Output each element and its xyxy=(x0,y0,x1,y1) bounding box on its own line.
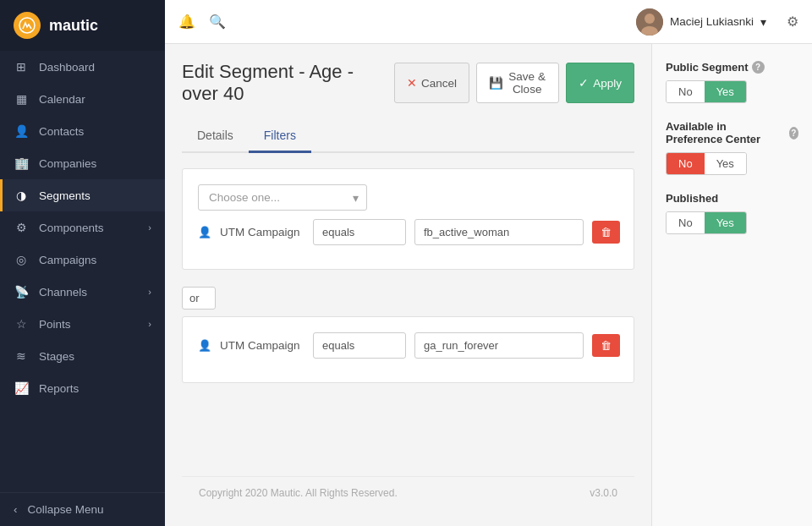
filter-card: Choose one... 👤 UTM Campaign equals not … xyxy=(182,168,634,270)
sidebar-item-campaigns[interactable]: ◎ Campaigns xyxy=(0,244,165,276)
components-icon: ⚙ xyxy=(14,221,29,234)
save-icon: 💾 xyxy=(489,76,503,90)
filter-operator-1[interactable]: equals not equal contains xyxy=(313,219,406,245)
collapse-icon: ‹ xyxy=(14,503,18,516)
logo-text: mautic xyxy=(49,17,98,35)
sidebar-item-components[interactable]: ⚙ Components › xyxy=(0,211,165,244)
filter-card-2: 👤 UTM Campaign equals not equal contains… xyxy=(182,316,634,383)
right-sidebar: Public Segment ? No Yes Available in Pre… xyxy=(651,44,812,526)
page-header: Edit Segment - Age - over 40 ✕ Cancel 💾 … xyxy=(182,61,634,105)
public-segment-help-icon: ? xyxy=(752,61,765,74)
points-icon: ☆ xyxy=(14,317,29,331)
filter-field-name-2: UTM Campaign xyxy=(220,339,304,352)
reports-icon: 📈 xyxy=(14,381,29,395)
notification-icon[interactable]: 🔔 xyxy=(178,14,195,30)
cancel-icon: ✕ xyxy=(407,76,417,90)
public-segment-section: Public Segment ? No Yes xyxy=(666,61,798,103)
user-menu[interactable]: Maciej Lukiasnki ▾ xyxy=(636,8,766,36)
sidebar-item-points[interactable]: ☆ Points › xyxy=(0,308,165,340)
chevron-right-icon: › xyxy=(148,222,151,233)
tabs: Details Filters xyxy=(182,120,634,153)
logo-icon xyxy=(14,12,41,39)
published-no-btn[interactable]: No xyxy=(667,212,705,233)
field-icon-1: 👤 xyxy=(198,226,211,238)
svg-point-2 xyxy=(645,14,655,24)
published-yes-btn[interactable]: Yes xyxy=(705,212,746,233)
sidebar-logo[interactable]: mautic xyxy=(0,0,165,51)
main-content: 🔔 🔍 Maciej Lukiasnki ▾ ⚙ Edit Segment - … xyxy=(165,0,812,526)
published-toggle: No Yes xyxy=(666,211,747,234)
sidebar: mautic ⊞ Dashboard ▦ Calendar 👤 Contacts… xyxy=(0,0,165,526)
chevron-right-icon-3: › xyxy=(148,319,151,329)
page-body: Edit Segment - Age - over 40 ✕ Cancel 💾 … xyxy=(165,44,812,526)
sidebar-item-calendar[interactable]: ▦ Calendar xyxy=(0,83,165,115)
published-title: Published xyxy=(666,192,798,205)
avatar xyxy=(636,8,663,36)
sidebar-item-reports[interactable]: 📈 Reports xyxy=(0,372,165,404)
apply-button[interactable]: ✓ Apply xyxy=(566,63,634,103)
cancel-button[interactable]: ✕ Cancel xyxy=(394,63,469,103)
preference-center-help-icon: ? xyxy=(789,127,798,140)
connector-select[interactable]: or and xyxy=(182,287,216,310)
contacts-icon: 👤 xyxy=(14,124,29,138)
content-area: Edit Segment - Age - over 40 ✕ Cancel 💾 … xyxy=(165,44,651,526)
sidebar-item-dashboard[interactable]: ⊞ Dashboard xyxy=(0,51,165,83)
stages-icon: ≋ xyxy=(14,349,29,363)
preference-center-section: Available in Preference Center ? No Yes xyxy=(666,120,798,175)
topbar: 🔔 🔍 Maciej Lukiasnki ▾ ⚙ xyxy=(165,0,812,44)
public-segment-yes-btn[interactable]: Yes xyxy=(705,81,746,102)
segments-icon: ◑ xyxy=(14,189,29,202)
user-dropdown-icon: ▾ xyxy=(760,15,766,29)
search-icon[interactable]: 🔍 xyxy=(209,14,226,30)
filter-operator-2[interactable]: equals not equal contains xyxy=(313,332,406,359)
choose-dropdown: Choose one... xyxy=(198,184,618,211)
filter-field-name-1: UTM Campaign xyxy=(220,226,304,238)
public-segment-no-btn[interactable]: No xyxy=(667,81,705,102)
sidebar-item-channels[interactable]: 📡 Channels › xyxy=(0,276,165,308)
page-actions: ✕ Cancel 💾 Save & Close ✓ Apply xyxy=(394,63,634,103)
filter-row-1: 👤 UTM Campaign equals not equal contains… xyxy=(198,219,618,245)
campaigns-icon: ◎ xyxy=(14,253,29,266)
tab-filters[interactable]: Filters xyxy=(249,120,311,153)
sidebar-item-segments[interactable]: ◑ Segments xyxy=(0,179,165,211)
preference-center-toggle: No Yes xyxy=(666,152,747,175)
filter-value-1[interactable] xyxy=(414,219,584,245)
public-segment-toggle: No Yes xyxy=(666,80,747,103)
preference-center-yes-btn[interactable]: Yes xyxy=(705,153,746,174)
sidebar-item-stages[interactable]: ≋ Stages xyxy=(0,340,165,372)
companies-icon: 🏢 xyxy=(14,156,29,170)
choose-select-wrapper: Choose one... xyxy=(198,184,367,211)
footer: Copyright 2020 Mautic. All Rights Reserv… xyxy=(182,476,634,509)
collapse-menu-button[interactable]: ‹ Collapse Menu xyxy=(0,492,165,526)
published-section: Published No Yes xyxy=(666,192,798,234)
chevron-right-icon-2: › xyxy=(148,287,151,297)
filter-value-2[interactable] xyxy=(414,332,584,359)
copyright-text: Copyright 2020 Mautic. All Rights Reserv… xyxy=(199,487,398,499)
check-icon: ✓ xyxy=(579,76,589,90)
sidebar-item-companies[interactable]: 🏢 Companies xyxy=(0,147,165,179)
sidebar-nav: ⊞ Dashboard ▦ Calendar 👤 Contacts 🏢 Comp… xyxy=(0,51,165,492)
preference-center-title: Available in Preference Center ? xyxy=(666,120,798,145)
choose-field-select[interactable]: Choose one... xyxy=(198,184,367,211)
filter-row-2: 👤 UTM Campaign equals not equal contains… xyxy=(198,332,618,359)
calendar-icon: ▦ xyxy=(14,92,29,106)
version-text: v3.0.0 xyxy=(590,487,617,499)
public-segment-title: Public Segment ? xyxy=(666,61,798,74)
save-close-button[interactable]: 💾 Save & Close xyxy=(476,63,559,103)
filter-delete-btn-2[interactable]: 🗑 xyxy=(592,334,620,357)
or-connector: or and xyxy=(182,287,634,310)
user-name: Maciej Lukiasnki xyxy=(670,15,754,28)
tab-details[interactable]: Details xyxy=(182,120,249,153)
channels-icon: 📡 xyxy=(14,285,29,299)
filter-delete-btn-1[interactable]: 🗑 xyxy=(592,221,620,244)
settings-icon[interactable]: ⚙ xyxy=(787,14,798,30)
sidebar-item-contacts[interactable]: 👤 Contacts xyxy=(0,115,165,147)
preference-center-no-btn[interactable]: No xyxy=(667,153,705,174)
page-title: Edit Segment - Age - over 40 xyxy=(182,61,394,105)
dashboard-icon: ⊞ xyxy=(14,60,29,74)
field-icon-2: 👤 xyxy=(198,339,211,352)
